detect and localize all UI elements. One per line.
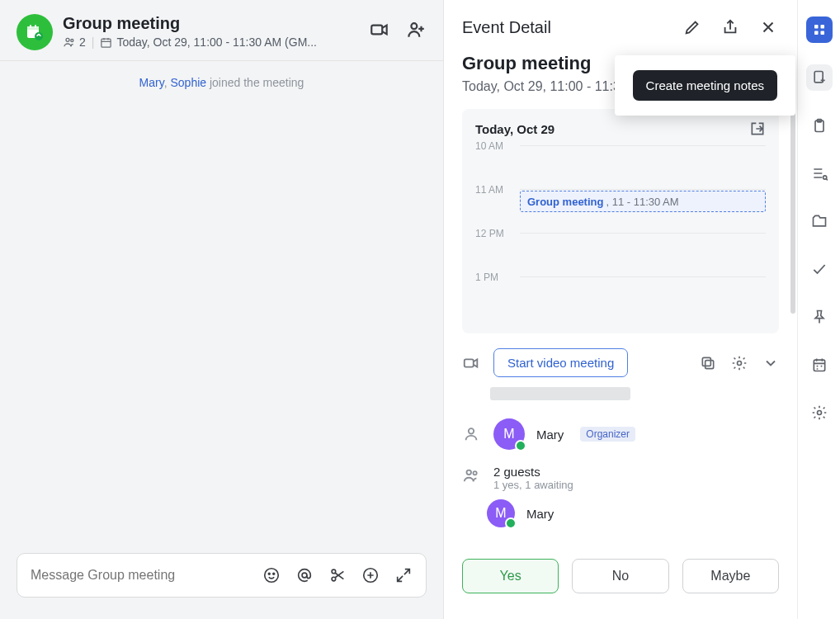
rail-apps-icon[interactable] xyxy=(806,17,833,43)
hour-11: 11 AM xyxy=(475,184,520,196)
edit-icon[interactable] xyxy=(682,17,703,38)
meeting-link-placeholder xyxy=(490,387,630,400)
rsvp-yes-button[interactable]: Yes xyxy=(462,559,559,593)
mini-calendar: Today, Oct 29 10 AM 11 AM 12 PM 1 PM Gro… xyxy=(462,109,779,333)
rsvp-maybe-button[interactable]: Maybe xyxy=(682,559,779,593)
svg-point-7 xyxy=(71,39,73,41)
svg-rect-18 xyxy=(465,359,474,366)
gear-icon[interactable] xyxy=(731,355,748,371)
hour-12: 12 PM xyxy=(475,228,520,239)
event-chip-time: , 11 - 11:30 AM xyxy=(606,196,678,208)
svg-rect-8 xyxy=(101,39,111,47)
open-calendar-icon[interactable] xyxy=(749,120,766,137)
svg-rect-25 xyxy=(814,25,819,29)
chat-date: Today, Oct 29, 11:00 - 11:30 AM (GM... xyxy=(116,35,317,49)
svg-point-32 xyxy=(823,176,826,179)
plus-circle-icon[interactable] xyxy=(360,565,381,586)
emoji-icon[interactable] xyxy=(261,565,282,586)
sys-name2[interactable]: Sophie xyxy=(170,76,206,89)
svg-point-15 xyxy=(332,577,336,581)
rail-settings-icon[interactable] xyxy=(806,399,833,426)
copy-icon[interactable] xyxy=(700,355,716,371)
svg-point-13 xyxy=(273,573,275,574)
svg-point-14 xyxy=(302,573,307,578)
expand-icon[interactable] xyxy=(393,565,414,586)
organizer-avatar[interactable]: M xyxy=(493,418,525,450)
start-video-button[interactable]: Start video meeting xyxy=(493,348,628,377)
guest-avatar[interactable]: M xyxy=(487,499,515,527)
svg-rect-28 xyxy=(820,31,824,35)
organizer-initial: M xyxy=(503,427,514,442)
guest-count: 2 guests xyxy=(493,465,573,479)
rail-calendar-icon[interactable] xyxy=(806,352,833,378)
hour-10: 10 AM xyxy=(475,140,520,152)
guests-icon xyxy=(462,465,482,484)
right-rail xyxy=(797,0,840,619)
svg-rect-1 xyxy=(27,26,39,30)
svg-point-12 xyxy=(268,573,270,574)
cal-day-label: Today, Oct 29 xyxy=(475,122,554,136)
rail-list-icon[interactable] xyxy=(806,160,833,187)
sys-rest: joined the meeting xyxy=(206,76,304,89)
svg-point-4 xyxy=(35,32,43,40)
chat-subtitle: 2 | Today, Oct 29, 11:00 - 11:30 AM (GM.… xyxy=(63,35,361,49)
person-icon xyxy=(462,425,482,443)
detail-header-title: Event Detail xyxy=(462,18,551,37)
rsvp-no-button[interactable]: No xyxy=(572,559,668,593)
svg-point-23 xyxy=(467,470,472,475)
rail-folder-icon[interactable] xyxy=(806,208,833,234)
organizer-name: Mary xyxy=(536,428,564,442)
rail-pin-icon[interactable] xyxy=(806,304,833,330)
hour-13: 1 PM xyxy=(475,272,520,283)
right-pane: Event Detail Group meeting Today, Oct 29… xyxy=(444,0,840,619)
guest-name: Mary xyxy=(526,507,554,521)
chat-header: Group meeting 2 | Today, Oct 29, 11:00 -… xyxy=(0,0,443,61)
svg-rect-2 xyxy=(30,25,31,28)
video-call-icon[interactable] xyxy=(369,19,390,40)
chevron-down-icon[interactable] xyxy=(762,355,779,371)
calendar-event-chip[interactable]: Group meeting , 11 - 11:30 AM xyxy=(520,191,766,212)
rsvp-row: Yes No Maybe xyxy=(444,559,797,613)
sys-name1[interactable]: Mary xyxy=(139,76,164,89)
message-input-container xyxy=(17,553,427,598)
svg-rect-27 xyxy=(814,31,819,35)
svg-rect-3 xyxy=(35,25,36,28)
close-icon[interactable] xyxy=(757,17,779,38)
calendar-group-icon xyxy=(25,22,45,42)
scissors-icon[interactable] xyxy=(327,565,348,586)
participant-count[interactable]: 2 xyxy=(79,35,86,49)
svg-point-34 xyxy=(817,411,821,415)
chat-messages: Mary, Sophie joined the meeting xyxy=(0,61,443,553)
tooltip-text: Create meeting notes xyxy=(633,70,777,101)
share-icon[interactable] xyxy=(720,17,741,38)
svg-rect-33 xyxy=(814,360,824,371)
group-avatar[interactable] xyxy=(17,14,53,50)
calendar-small-icon xyxy=(100,36,112,49)
mention-icon[interactable] xyxy=(294,565,315,586)
rail-clipboard-icon[interactable] xyxy=(806,112,833,139)
rail-check-icon[interactable] xyxy=(806,256,833,282)
svg-point-11 xyxy=(265,569,279,583)
participants-icon xyxy=(63,35,76,49)
chat-pane: Group meeting 2 | Today, Oct 29, 11:00 -… xyxy=(0,0,444,619)
svg-point-5 xyxy=(38,34,40,35)
video-icon xyxy=(462,354,482,372)
check-badge-icon xyxy=(515,440,526,451)
svg-point-22 xyxy=(469,428,474,433)
svg-rect-9 xyxy=(371,26,382,35)
add-person-icon[interactable] xyxy=(405,19,427,40)
svg-point-24 xyxy=(473,471,476,475)
svg-point-6 xyxy=(66,38,69,41)
rail-create-notes-icon[interactable] xyxy=(806,64,833,91)
organizer-badge: Organizer xyxy=(580,427,635,442)
guest-initial: M xyxy=(495,506,506,521)
svg-point-10 xyxy=(411,23,417,29)
tooltip-container: Create meeting notes xyxy=(615,55,795,116)
check-badge-icon xyxy=(505,517,517,529)
svg-point-21 xyxy=(738,361,742,365)
message-input[interactable] xyxy=(29,567,261,584)
system-message: Mary, Sophie joined the meeting xyxy=(8,76,435,89)
chat-title: Group meeting xyxy=(63,14,361,33)
svg-point-16 xyxy=(332,569,336,574)
svg-rect-26 xyxy=(820,25,824,29)
